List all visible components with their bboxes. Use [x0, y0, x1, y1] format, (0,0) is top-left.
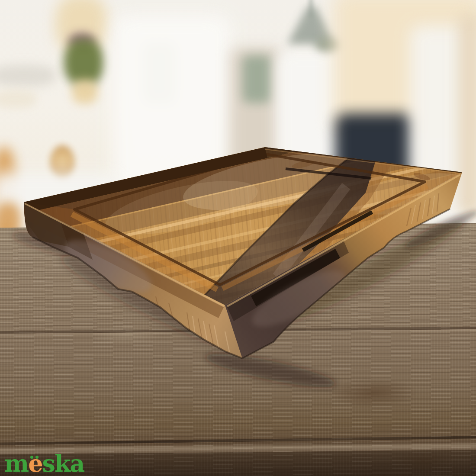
watermark-letter-e: e	[28, 452, 42, 475]
watermark-letter-m: m	[4, 450, 28, 476]
cutting-board	[0, 0, 476, 476]
watermark-letters-ska: ska	[42, 450, 84, 476]
watermark-logo: meska	[4, 452, 84, 475]
product-photo: meska	[0, 0, 476, 476]
